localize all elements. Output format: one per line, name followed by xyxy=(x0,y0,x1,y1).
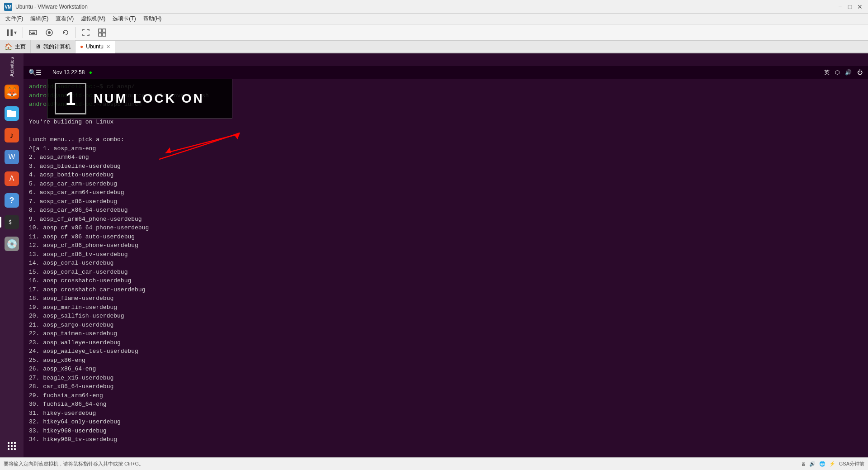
numlock-overlay: 1 NUM LOCK ON xyxy=(47,79,232,119)
terminal-output-18: 18. aosp_flame-userdebug xyxy=(29,294,863,303)
terminal-output-26: 26. aosp_x86_64-eng xyxy=(29,365,863,374)
menu-tabs[interactable]: 选项卡(T) xyxy=(109,14,139,24)
terminal-output-13: 13. aosp_cf_x86_tv-userdebug xyxy=(29,250,863,259)
terminal-output-19: 19. aosp_marlin-userdebug xyxy=(29,303,863,312)
numlock-text: NUM LOCK ON xyxy=(94,91,204,106)
maximize-button[interactable]: □ xyxy=(845,2,854,11)
tab-home[interactable]: 🏠 主页 xyxy=(0,40,31,53)
terminal-output-3: 3. aosp_blueline-userdebug xyxy=(29,162,863,171)
terminal-output-22: 22. aosp_taimen-userdebug xyxy=(29,329,863,338)
terminal-search-button[interactable]: 🔍 xyxy=(29,69,35,76)
terminal-output-23: 23. aosp_walleye-userdebug xyxy=(29,338,863,347)
terminal-output-1: ^[a 1. aosp_arm-eng xyxy=(29,144,863,153)
terminal-icon: $_ xyxy=(5,215,19,229)
statusbar-message: 要将输入定向到该虚拟机，请将鼠标指针移入其中或按 Ctrl+G。 xyxy=(4,461,144,467)
help-icon: ? xyxy=(5,193,19,208)
toolbar-separator-2 xyxy=(75,27,76,38)
svg-marker-10 xyxy=(63,31,65,34)
menu-edit[interactable]: 编辑(E) xyxy=(27,14,52,24)
pause-resume-button[interactable]: ▐▐ ▾ xyxy=(2,28,20,38)
svg-rect-4 xyxy=(32,32,33,33)
activities-label[interactable]: Activities xyxy=(9,53,14,80)
computer-icon: 🖥 xyxy=(35,43,41,50)
menu-view[interactable]: 查看(V) xyxy=(52,14,77,24)
statusbar-screen-icon: 🖥 xyxy=(801,461,806,467)
sidebar-item-appstore[interactable]: A xyxy=(2,169,22,189)
sidebar-item-firefox[interactable]: 🦊 xyxy=(2,82,22,102)
terminal-output-lunch-menu: Lunch menu... pick a combo: xyxy=(29,135,863,144)
revert-icon xyxy=(61,28,70,37)
vmware-icon: VM xyxy=(4,2,13,11)
home-icon: 🏠 xyxy=(5,43,12,50)
tab-my-computer[interactable]: 🖥 我的计算机 xyxy=(31,40,75,53)
terminal-output-12: 12. aosp_cf_x86_phone-userdebug xyxy=(29,241,863,250)
svg-rect-23 xyxy=(14,448,16,450)
terminal-output-25: 25. aosp_x86-eng xyxy=(29,356,863,365)
firefox-icon: 🦊 xyxy=(5,85,19,99)
minimize-button[interactable]: − xyxy=(835,2,844,11)
vmware-statusbar: 要将输入定向到该虚拟机，请将鼠标指针移入其中或按 Ctrl+G。 🖥 🔊 🌐 ⚡… xyxy=(0,457,868,470)
toolbar-separator-1 xyxy=(23,27,23,38)
snapshot-icon xyxy=(45,28,53,37)
terminal-output-24: 24. aosp_walleye_test-userdebug xyxy=(29,347,863,356)
sidebar-item-help[interactable]: ? xyxy=(2,190,22,210)
menu-vm[interactable]: 虚拟机(M) xyxy=(77,14,109,24)
svg-rect-15 xyxy=(8,442,9,444)
vmware-tabbar: 🏠 主页 🖥 我的计算机 ● Ubuntu ✕ xyxy=(0,41,868,53)
statusbar-right: 🖥 🔊 🌐 ⚡ GSA分钟前 xyxy=(801,461,864,467)
terminal-content[interactable]: android@android-pc:~$ cd aosp/ android@a… xyxy=(24,79,868,445)
tab-close-icon[interactable]: ✕ xyxy=(106,44,110,50)
music-icon: ♪ xyxy=(5,128,19,142)
terminal-output-31: 31. hikey-userdebug xyxy=(29,409,863,418)
terminal-menu-button[interactable]: ☰ xyxy=(35,69,42,76)
menu-help[interactable]: 帮助(H) xyxy=(140,14,165,24)
terminal-area[interactable]: Nov 13 22:58 ● 英 ⬡ 🔊 ⏻ 🔍 ☰ android@andro… xyxy=(24,66,868,457)
svg-rect-14 xyxy=(103,33,106,36)
svg-rect-5 xyxy=(33,32,34,33)
terminal-output-27: 27. beagle_x15-userdebug xyxy=(29,374,863,383)
terminal-output-15: 15. aosp_coral_car-userdebug xyxy=(29,268,863,277)
fullscreen-button[interactable] xyxy=(79,27,93,38)
apps-grid-button[interactable] xyxy=(6,441,17,454)
terminal-output-16: 16. aosp_crosshatch-userdebug xyxy=(29,276,863,285)
sidebar-item-libreoffice[interactable]: W xyxy=(2,147,22,167)
topbar-right: 英 ⬡ 🔊 ⏻ xyxy=(824,69,863,76)
dvd-icon: 💿 xyxy=(5,237,19,251)
terminal-output-14: 14. aosp_coral-userdebug xyxy=(29,259,863,268)
window-controls[interactable]: − □ ✕ xyxy=(835,2,864,11)
terminal-output-35: 35. hikey_tv-userdebug xyxy=(29,444,863,445)
sidebar-item-files[interactable] xyxy=(2,104,22,123)
ubuntu-tab-icon: ● xyxy=(80,43,83,50)
svg-rect-6 xyxy=(34,32,35,33)
vmware-menubar: 文件(F) 编辑(E) 查看(V) 虚拟机(M) 选项卡(T) 帮助(H) xyxy=(0,14,868,24)
revert-button[interactable] xyxy=(58,27,73,38)
snapshot-button[interactable] xyxy=(42,27,57,38)
send-ctrl-alt-del-button[interactable] xyxy=(26,27,40,38)
close-button[interactable]: ✕ xyxy=(855,2,864,11)
svg-rect-19 xyxy=(11,445,13,447)
terminal-output-8: 8. aosp_car_x86_64-userdebug xyxy=(29,206,863,215)
files-icon xyxy=(5,106,19,121)
statusbar-audio-icon: 🔊 xyxy=(809,461,816,467)
terminal-output-7: 7. aosp_car_x86-userdebug xyxy=(29,197,863,206)
sidebar-item-music[interactable]: ♪ xyxy=(2,125,22,145)
pause-icon: ▐▐ ▾ xyxy=(5,29,17,36)
sidebar-item-terminal[interactable]: $_ xyxy=(2,212,22,232)
unity-button[interactable] xyxy=(95,27,109,38)
menu-file[interactable]: 文件(F) xyxy=(2,14,27,24)
statusbar-extra: GSA分钟前 xyxy=(839,461,864,467)
terminal-output-28: 28. car_x86_64-userdebug xyxy=(29,382,863,391)
terminal-output-2: 2. aosp_arm64-eng xyxy=(29,153,863,162)
ubuntu-topbar: Nov 13 22:58 ● 英 ⬡ 🔊 ⏻ xyxy=(47,66,868,79)
statusbar-usb-icon: ⚡ xyxy=(829,461,835,467)
sidebar-item-dvd[interactable]: 💿 xyxy=(2,234,22,254)
svg-rect-7 xyxy=(31,33,35,34)
svg-rect-3 xyxy=(30,32,31,33)
topbar-dot: ● xyxy=(89,69,92,76)
svg-rect-17 xyxy=(14,442,16,444)
tab-ubuntu[interactable]: ● Ubuntu ✕ xyxy=(75,41,115,53)
topbar-power-icon: ⏻ xyxy=(857,69,863,76)
terminal-output-30: 30. fuchsia_x86_64-eng xyxy=(29,400,863,409)
topbar-volume-icon: 🔊 xyxy=(845,69,852,76)
terminal-output-20: 20. aosp_sallfish-userdebug xyxy=(29,312,863,321)
